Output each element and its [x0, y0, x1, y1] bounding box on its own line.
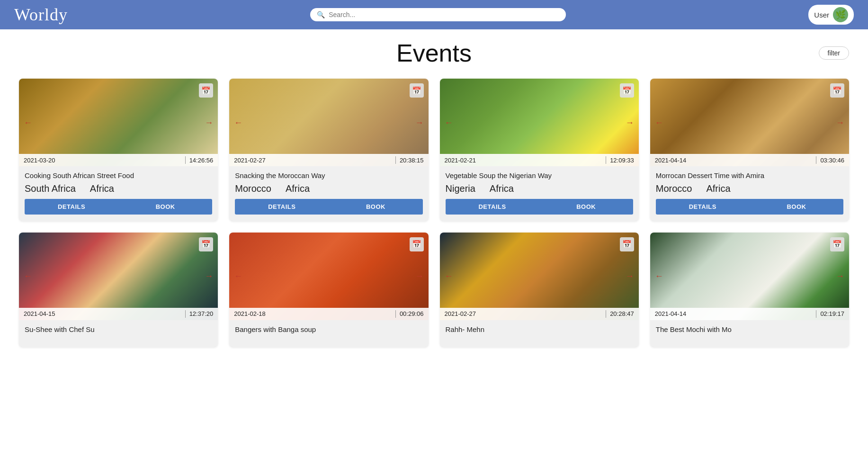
- next-arrow[interactable]: →: [626, 117, 634, 127]
- prev-arrow[interactable]: ←: [234, 117, 242, 127]
- card-image: 📅 ← → 2021-04-14 02:19:17: [650, 233, 849, 320]
- card-date: 2021-03-20: [24, 157, 181, 164]
- prev-arrow[interactable]: ←: [655, 271, 663, 281]
- calendar-icon[interactable]: 📅: [830, 237, 844, 251]
- card-location: Nigeria Africa: [446, 183, 633, 194]
- prev-arrow[interactable]: ←: [445, 117, 453, 127]
- user-label: User: [814, 11, 829, 19]
- book-button[interactable]: BOOK: [750, 199, 843, 215]
- card-title: Rahh- Mehn: [446, 325, 633, 334]
- card-date: 2021-02-21: [445, 157, 602, 164]
- card-title: Morrocan Dessert Time with Amira: [656, 171, 843, 180]
- card-title: Bangers with Banga soup: [235, 325, 422, 334]
- calendar-icon[interactable]: 📅: [410, 237, 424, 251]
- next-arrow[interactable]: →: [836, 117, 844, 127]
- card-time: 02:19:17: [820, 310, 844, 317]
- card-body: Morrocan Dessert Time with Amira Morocco…: [650, 166, 849, 221]
- card-actions: DETAILS BOOK: [235, 199, 422, 215]
- search-icon: 🔍: [317, 11, 325, 18]
- details-button[interactable]: DETAILS: [25, 199, 118, 215]
- event-card: 📅 ← → 2021-02-27 20:38:15 Snacking the M…: [229, 79, 428, 221]
- card-actions: DETAILS BOOK: [446, 199, 633, 215]
- card-country: Morocco: [235, 183, 271, 194]
- events-grid: 📅 ← → 2021-03-20 14:26:56 Cooking South …: [19, 79, 849, 347]
- card-time: 12:37:20: [189, 310, 214, 317]
- card-body: Vegetable Soup the Nigerian Way Nigeria …: [440, 166, 639, 221]
- calendar-icon[interactable]: 📅: [620, 83, 634, 98]
- user-profile[interactable]: User 🌿: [808, 5, 854, 25]
- prev-arrow[interactable]: ←: [445, 271, 453, 281]
- card-date: 2021-04-14: [655, 310, 813, 317]
- card-title: Vegetable Soup the Nigerian Way: [446, 171, 633, 180]
- next-arrow[interactable]: →: [415, 271, 424, 281]
- next-arrow[interactable]: →: [626, 271, 634, 281]
- calendar-icon[interactable]: 📅: [410, 83, 424, 98]
- prev-arrow[interactable]: ←: [234, 271, 242, 281]
- time-divider: [816, 156, 816, 164]
- card-continent: Africa: [90, 183, 114, 194]
- event-card: 📅 ← → 2021-04-14 02:19:17 The Best Mochi…: [650, 233, 849, 348]
- card-time: 20:28:47: [610, 310, 634, 317]
- calendar-icon[interactable]: 📅: [830, 83, 844, 98]
- card-body: Bangers with Banga soup: [229, 320, 428, 348]
- card-image: 📅 ← → 2021-02-27 20:28:47: [440, 233, 639, 320]
- search-input[interactable]: [329, 11, 559, 18]
- next-arrow[interactable]: →: [205, 271, 213, 281]
- calendar-icon[interactable]: 📅: [199, 237, 213, 251]
- card-datetime: 2021-03-20 14:26:56: [19, 154, 218, 166]
- details-button[interactable]: DETAILS: [656, 199, 750, 215]
- card-title: The Best Mochi with Mo: [656, 325, 843, 334]
- next-arrow[interactable]: →: [836, 271, 844, 281]
- time-divider: [185, 156, 186, 164]
- next-arrow[interactable]: →: [415, 117, 424, 127]
- card-datetime: 2021-04-14 03:30:46: [650, 154, 849, 166]
- card-image: 📅 ← → 2021-04-14 03:30:46: [650, 79, 849, 166]
- prev-arrow[interactable]: ←: [655, 117, 663, 127]
- book-button[interactable]: BOOK: [539, 199, 633, 215]
- prev-arrow[interactable]: ←: [24, 117, 32, 127]
- details-button[interactable]: DETAILS: [446, 199, 539, 215]
- card-datetime: 2021-04-14 02:19:17: [650, 308, 849, 320]
- card-country: South Africa: [25, 183, 76, 194]
- card-datetime: 2021-02-27 20:38:15: [229, 154, 428, 166]
- card-date: 2021-02-27: [234, 157, 392, 164]
- card-location: Morocco Africa: [656, 183, 843, 194]
- next-arrow[interactable]: →: [205, 117, 213, 127]
- card-datetime: 2021-02-27 20:28:47: [440, 308, 639, 320]
- card-datetime: 2021-02-21 12:09:33: [440, 154, 639, 166]
- card-image: 📅 ← → 2021-03-20 14:26:56: [19, 79, 218, 166]
- card-image: 📅 ← → 2021-02-27 20:38:15: [229, 79, 428, 166]
- card-title: Cooking South African Street Food: [25, 171, 212, 180]
- card-continent: Africa: [286, 183, 310, 194]
- main-content: Events filter 📅 ← → 2021-03-20 14:26:56 …: [0, 29, 868, 366]
- card-date: 2021-04-14: [655, 157, 813, 164]
- card-continent: Africa: [490, 183, 514, 194]
- card-image: 📅 ← → 2021-02-21 12:09:33: [440, 79, 639, 166]
- book-button[interactable]: BOOK: [329, 199, 422, 215]
- card-actions: DETAILS BOOK: [25, 199, 212, 215]
- time-divider: [395, 310, 396, 318]
- time-divider: [606, 310, 606, 318]
- details-button[interactable]: DETAILS: [235, 199, 329, 215]
- card-body: Rahh- Mehn: [440, 320, 639, 348]
- card-image: 📅 ← → 2021-04-15 12:37:20: [19, 233, 218, 320]
- card-datetime: 2021-04-15 12:37:20: [19, 308, 218, 320]
- event-card: 📅 ← → 2021-04-14 03:30:46 Morrocan Desse…: [650, 79, 849, 221]
- calendar-icon[interactable]: 📅: [199, 83, 213, 98]
- filter-button[interactable]: filter: [819, 46, 849, 60]
- calendar-icon[interactable]: 📅: [620, 237, 634, 251]
- page-title: Events: [396, 39, 472, 67]
- card-date: 2021-04-15: [24, 310, 181, 317]
- card-actions: DETAILS BOOK: [656, 199, 843, 215]
- time-divider: [606, 156, 606, 164]
- card-title: Snacking the Moroccan Way: [235, 171, 422, 180]
- event-card: 📅 ← → 2021-03-20 14:26:56 Cooking South …: [19, 79, 218, 221]
- card-body: Su-Shee with Chef Su: [19, 320, 218, 348]
- book-button[interactable]: BOOK: [118, 199, 212, 215]
- prev-arrow[interactable]: ←: [24, 271, 32, 281]
- page-title-row: Events filter: [19, 39, 849, 67]
- card-time: 14:26:56: [189, 157, 214, 164]
- header: Worldy 🔍 User 🌿: [0, 0, 868, 29]
- card-body: Cooking South African Street Food South …: [19, 166, 218, 221]
- card-continent: Africa: [706, 183, 730, 194]
